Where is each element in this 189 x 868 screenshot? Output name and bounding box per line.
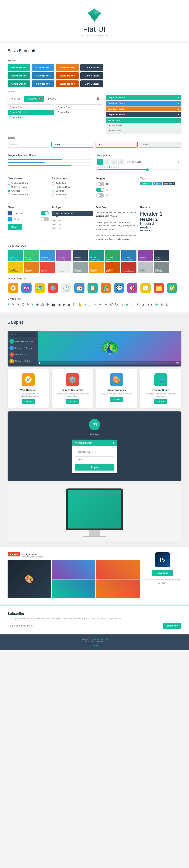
glyph-x[interactable]: ✕ [12,303,15,307]
chat-search-input[interactable] [9,333,36,337]
dropdown-header-2[interactable]: Dropdown Button ▼ [106,101,182,106]
login-email[interactable] [75,449,114,455]
dd-element-three[interactable]: Element Three [106,128,181,133]
checkbox-3[interactable]: ✓ Checked [7,190,49,192]
feature-btn-3[interactable]: Get Pro [110,397,124,402]
video-progress[interactable] [42,363,175,363]
checkbox-1[interactable]: Unchecked Item [7,182,49,185]
glyph-left[interactable]: ← [99,303,102,307]
download-button[interactable]: Download [152,570,173,576]
dropdown-item-e3[interactable]: Element Three [8,115,54,120]
glyph-up[interactable]: ▲ [141,303,145,307]
glyph-plus-circle[interactable]: ⊕ [155,303,158,307]
dropdown-header-4[interactable]: Dropdown Button ▼ [106,112,182,117]
dark-button-1[interactable]: Dark Button [80,64,103,71]
footer-link[interactable]: designmodo.com [92,638,108,641]
glyph-camera[interactable]: 📷 [51,303,56,307]
checkbox-box-2[interactable] [7,186,10,188]
dark-button-3[interactable]: Dark Button [80,81,103,87]
glyph-star-empty[interactable]: ☆ [120,303,123,307]
tag-close-3[interactable]: × [172,183,174,185]
chat-item-3[interactable]: M Virus Music 4) [9,351,36,358]
dribbble-link[interactable]: dribbble [91,644,98,647]
glyph-right[interactable]: → [104,303,108,307]
glyph-plus[interactable]: + [7,303,10,307]
nav-message-bar[interactable]: ◀ All messages ▶ [125,159,182,165]
warm-button-1[interactable]: Warm Button [56,64,79,71]
nav-dot-9[interactable] [115,166,117,168]
hamburger-icon[interactable]: ☰ [95,95,102,102]
glyph-play-back[interactable]: ◀ [58,303,60,307]
glyph-edit[interactable]: ✎ [26,303,29,307]
menu-item-1[interactable]: Menu Item [8,96,24,101]
feature-btn-1[interactable]: Get Pro [22,399,35,404]
feature-btn-4[interactable]: Get Pro [154,399,168,404]
nav-icon-2[interactable]: ⊞ [104,159,110,165]
glyph-expand[interactable]: ⤢ [88,303,91,307]
cool-button-1[interactable]: Cool Button [32,64,54,71]
glyph-heart[interactable]: ♥ [31,303,33,307]
glyph-down[interactable]: ▼ [136,303,139,307]
nav-dot-3[interactable] [102,166,103,168]
radio-circle-3[interactable] [52,190,54,192]
glyph-left-tri[interactable]: ◂ [147,303,149,307]
nav-dot-5[interactable] [106,166,108,168]
glyph-right-tri[interactable]: ▸ [151,303,153,307]
radio-1[interactable]: Radio Item [52,182,93,185]
glyph-circle[interactable]: ◎ [41,303,44,307]
tag-close-1[interactable]: × [150,183,151,185]
follow-button[interactable]: + Follow [7,552,20,556]
play-icon[interactable]: ▶ [39,362,41,364]
login-password[interactable] [75,456,114,462]
checkbox-box-1[interactable] [7,182,10,185]
nav-dot-8[interactable] [113,166,115,168]
warm-button-2[interactable]: Warm Button [56,72,79,79]
login-button[interactable]: Login [75,464,114,470]
dropdown-item-selected[interactable]: Element Selected [8,110,54,115]
glyph-square[interactable]: □ [22,303,24,307]
nav-icon-3[interactable]: ☷ [111,159,117,165]
chat-item-1[interactable]: N Meet: Nathan at 8pm [9,338,36,345]
good-button-2[interactable]: Good Button [7,72,30,79]
toggle-1[interactable] [96,182,104,186]
warm-button-3[interactable]: Warm Button [56,81,79,87]
glyph-radio[interactable]: ◉ [36,303,39,307]
twitter-toggle-switch[interactable] [40,217,49,221]
alert-input[interactable] [95,142,138,148]
glyph-plane[interactable]: ✈ [46,303,49,307]
glyph-minus-circle[interactable]: ⊖ [160,303,163,307]
tag-close-2[interactable]: × [159,183,160,185]
toggle-2[interactable] [96,188,104,192]
radio-3[interactable]: Checked! [52,190,93,192]
tag-hackers[interactable]: Hackers × [163,182,175,185]
content-input[interactable] [139,142,182,148]
nav-dot-1[interactable] [97,166,99,168]
glyph-resize[interactable]: ⤡ [131,303,134,307]
checkbox-4[interactable]: Unchecked Item [7,193,49,196]
checkbox-box-4[interactable] [7,193,10,196]
glyph-swap[interactable]: ⇔ [93,303,97,307]
good-button-3[interactable]: Good Button [7,81,30,87]
dd-element-two[interactable]: Element Selected [106,123,181,128]
dark-button-2[interactable]: Dark Button [80,72,103,79]
nav-icon-4[interactable]: ⊟ [118,159,124,165]
glyph-stop[interactable]: ◼ [68,303,71,307]
radio-4[interactable]: Radio Item [52,193,93,196]
dropdown-item-e1b[interactable]: Element One [56,104,102,110]
nav-dot-10[interactable] [118,166,119,168]
url-input[interactable] [7,142,50,148]
dropdown-item-e3b[interactable]: Element Three [56,110,102,115]
facebook-toggle-switch[interactable] [40,211,49,215]
glyph-cross[interactable]: ✖ [17,303,20,307]
dd-element-one[interactable]: Element One [106,118,181,123]
cool-button-3[interactable]: Cool Button [32,81,54,87]
feature-btn-2[interactable]: Get Pro [65,399,79,404]
glyph-diamond[interactable]: ♦ [84,303,86,307]
share-button[interactable]: Share [7,224,22,230]
nav-slider[interactable] [97,169,182,170]
subscribe-button[interactable]: Subscribe [163,623,182,629]
glyph-lock[interactable]: 🔒 [78,303,82,307]
nav-icon-1[interactable]: ≡ [97,159,103,165]
dropdown-item-e1[interactable]: Element One [8,104,54,110]
nav-dot-2[interactable] [100,166,101,168]
